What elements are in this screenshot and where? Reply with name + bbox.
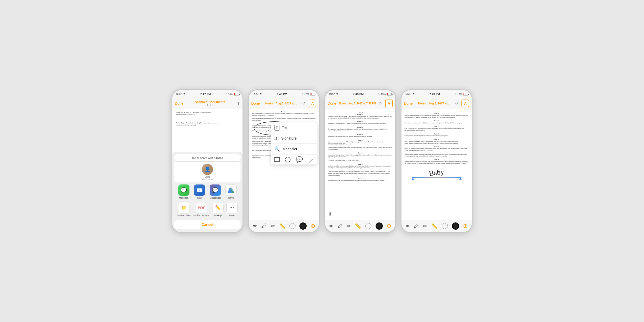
signature-icon: ℳ: [274, 136, 279, 141]
shapes-row: 💬: [271, 155, 317, 164]
status-left-3: Tele2: [329, 93, 339, 95]
pencil-tool-3[interactable]: ✏: [347, 223, 351, 229]
refresh-button-4[interactable]: ↺: [455, 101, 458, 106]
app-messenger[interactable]: 💬 Messenger: [209, 184, 221, 199]
pen-tool[interactable]: ✒: [253, 223, 257, 229]
pen-tool-4[interactable]: ✒: [406, 223, 410, 229]
status-bar-1: Tele2 7:47 PM ⚰ 16%: [172, 90, 243, 98]
mail-icon: ✉️: [194, 184, 205, 196]
phone-3: Tele2 7:48 PM ⚰ 15% Done Notes - Aug 3, …: [324, 89, 396, 233]
lasso-tool[interactable]: [289, 223, 296, 229]
status-bar-3: Tele2 7:48 PM ⚰ 15%: [325, 90, 395, 98]
carrier-label-3: Tele2: [329, 93, 335, 95]
action-markup-pdf[interactable]: PDF Markup as PDF: [193, 202, 209, 217]
bluetooth-icon-4: ⚰: [454, 93, 456, 95]
doc-text-4: Članak 10. Ugovorne strane suglasne su d…: [401, 109, 472, 167]
wifi-icon-4: [412, 93, 415, 95]
action-more[interactable]: ••• More: [226, 202, 238, 217]
time-label-4: 7:49 PM: [429, 93, 440, 96]
action-save-files[interactable]: 📁 Save to Files: [177, 202, 190, 217]
marker-tool-4[interactable]: 🖊: [414, 223, 419, 229]
popup-magnifier-label: Magnifier: [283, 147, 297, 151]
refresh-button-3[interactable]: ↺: [379, 101, 382, 106]
status-left-4: Tele2: [405, 93, 415, 95]
pencil-tool-4[interactable]: ✏: [423, 223, 427, 229]
phone-2: Tele2 7:48 PM ⚰ 15% Done Notes - Aug 3, …: [248, 89, 320, 233]
phone-1: Tele2 7:47 PM ⚰ 16% Done Scanned Documen…: [172, 89, 243, 233]
nav-bar-2: Done Notes - Aug 3, 2017 at... ↺ A: [249, 98, 319, 109]
add-tool-4[interactable]: ⊕: [463, 223, 468, 229]
message-icon: 💬: [178, 184, 189, 196]
refresh-button-2[interactable]: ↺: [302, 101, 306, 106]
app-message[interactable]: 💬 Message: [178, 184, 189, 199]
marker-tool-3[interactable]: 🖊: [337, 223, 343, 229]
lasso-tool-4[interactable]: [442, 223, 448, 229]
pen-tool-3[interactable]: ✒: [329, 223, 334, 229]
more-icon: •••: [226, 202, 238, 213]
drive-label: Drive: [228, 197, 234, 199]
markup-pdf-icon: PDF: [196, 202, 207, 213]
bluetooth-icon: ⚰: [225, 93, 227, 95]
markup-label: Markup: [214, 214, 222, 217]
lasso-tool-3[interactable]: [365, 223, 371, 229]
nav-title-2: Notes - Aug 3, 2017 at...: [261, 102, 301, 105]
status-left: Tele2: [176, 93, 186, 95]
popup-magnifier-item[interactable]: 🔍 Magnifier: [271, 144, 317, 155]
nav-title-3: Notes - Aug 3, 2017 at 7:48 PM: [338, 102, 377, 105]
done-button-2[interactable]: Done: [251, 101, 260, 105]
drive-icon: [225, 184, 237, 196]
signature-area[interactable]: Bāby: [406, 169, 468, 180]
share-bottom-icon[interactable]: ⬆: [328, 211, 332, 217]
app-drive[interactable]: Drive: [225, 184, 237, 199]
fill-circle-tool-4[interactable]: [452, 222, 459, 230]
popup-text-item[interactable]: T Text: [271, 122, 317, 133]
fill-circle-tool[interactable]: [299, 222, 307, 230]
battery-label-2: 15%: [305, 93, 309, 95]
markup-icon: ✏️: [212, 202, 224, 213]
pencil-tool[interactable]: ✏: [271, 223, 275, 229]
text-icon: T: [274, 125, 279, 131]
share-button-1[interactable]: ⬆: [237, 101, 240, 106]
airdrop-contact-row[interactable]: 👤 Chris MacBook Air: [174, 162, 240, 182]
avatar-image: 👤: [202, 164, 213, 175]
marker-tool[interactable]: 🖊: [261, 223, 267, 229]
ruler-tool-4[interactable]: 📏: [431, 223, 438, 229]
status-bar-2: Tele2 7:48 PM ⚰ 15%: [249, 90, 319, 98]
bluetooth-icon-2: ⚰: [301, 93, 304, 95]
battery-icon-3: [387, 93, 392, 95]
save-files-label: Save to Files: [177, 214, 190, 217]
action-markup[interactable]: ✏️ Markup: [212, 202, 224, 217]
popup-signature-item[interactable]: ℳ Signature: [271, 133, 317, 144]
marker-a-button-3[interactable]: A: [385, 100, 393, 107]
ruler-tool-3[interactable]: 📏: [355, 223, 361, 229]
app-mail[interactable]: ✉️ Mail: [194, 184, 205, 199]
fill-circle-tool-3[interactable]: [376, 222, 383, 230]
nav-title-4: Notes - Aug 3, 2017 at...: [414, 102, 454, 105]
markup-toolbar-3: ✒ 🖊 ✏ 📏 ⊕: [325, 220, 395, 232]
ruler-tool[interactable]: 📏: [279, 223, 286, 229]
circle-shape[interactable]: [285, 157, 290, 162]
magnifier-icon: 🔍: [274, 146, 280, 152]
nav-bar-1: Done Scanned Documents 1 of 8 ⬆: [172, 98, 243, 109]
add-tool[interactable]: ⊕: [310, 223, 315, 229]
messenger-label: Messenger: [209, 197, 221, 199]
add-tool-3[interactable]: ⊕: [387, 223, 391, 229]
done-button-1[interactable]: Done: [175, 101, 183, 105]
speech-shape[interactable]: 💬: [296, 157, 303, 162]
marker-a-button-4[interactable]: A: [461, 100, 469, 107]
airdrop-hint: Tap to share with AirDrop: [174, 154, 240, 162]
phones-scene: Tele2 7:47 PM ⚰ 16% Done Scanned Documen…: [172, 89, 472, 233]
rect-shape[interactable]: [274, 157, 280, 162]
carrier-label: Tele2: [176, 93, 182, 95]
marker-a-button-2[interactable]: A: [309, 100, 316, 107]
done-button-4[interactable]: Done: [404, 101, 412, 105]
markup-pdf-label: Markup as PDF: [193, 214, 209, 217]
line-shape[interactable]: [308, 159, 313, 163]
apps-row: 💬 Message ✉️ Mail 💬 Messenger: [172, 182, 243, 201]
done-button-3[interactable]: Done: [328, 101, 336, 105]
nav-bar-3: Done Notes - Aug 3, 2017 at 7:48 PM ↺ A: [325, 98, 395, 109]
page-indicator-3: 3 of 8: [356, 111, 365, 114]
cancel-button[interactable]: Cancel: [174, 220, 240, 229]
phone-4: Tele2 7:49 PM ⚰ 15% Done Notes - Aug 3, …: [401, 89, 472, 233]
contact-chris[interactable]: 👤 Chris MacBook Air: [202, 164, 213, 180]
